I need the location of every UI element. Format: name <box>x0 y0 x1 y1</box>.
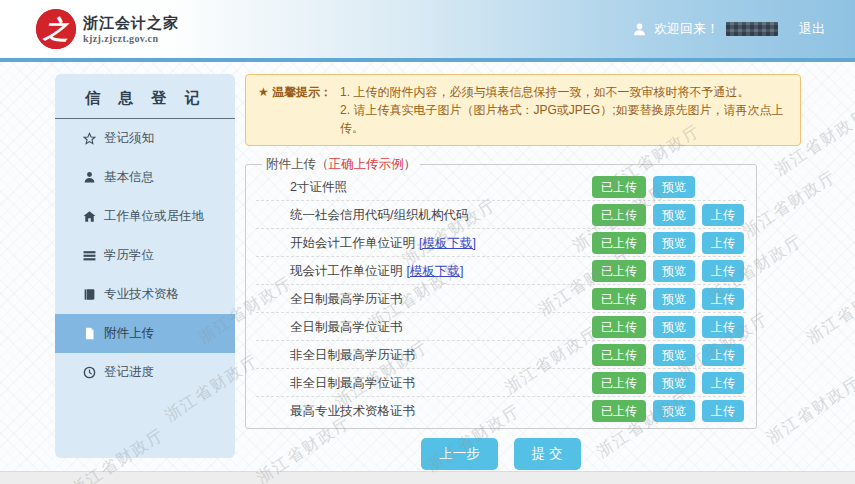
sidebar-item-label: 登记进度 <box>104 364 154 381</box>
upload-row-photo: 2寸证件照 已上传 预览 <box>256 173 746 201</box>
attachment-label-text: 开始会计工作单位证明 <box>290 236 415 250</box>
notice-line: 2. 请上传真实电子图片（图片格式：JPG或JPEG）;如要替换原先图片，请再次… <box>340 101 788 137</box>
sidebar-item-basic-info[interactable]: 基本信息 <box>55 158 235 197</box>
row-buttons: 已上传 预览 上传 <box>592 204 744 226</box>
attachment-label-text: 现会计工作单位证明 <box>290 264 403 278</box>
preview-button[interactable]: 预览 <box>653 316 695 338</box>
upload-row-parttime-degree: 非全日制最高学位证书 已上传 预览 上传 <box>256 369 746 397</box>
upload-button[interactable]: 上传 <box>702 372 744 394</box>
attachment-label: 统一社会信用代码/组织机构代码 <box>290 207 592 224</box>
sidebar-item-education[interactable]: 学历学位 <box>55 236 235 275</box>
upload-row-fulltime-diploma: 全日制最高学历证书 已上传 预览 上传 <box>256 285 746 313</box>
sidebar-item-registration-notice[interactable]: 登记须知 <box>55 119 235 158</box>
row-buttons: 已上传 预览 上传 <box>592 288 744 310</box>
preview-button[interactable]: 预览 <box>653 260 695 282</box>
star-icon <box>83 132 96 145</box>
logout-link[interactable]: 退出 <box>799 20 825 38</box>
upload-button[interactable]: 上传 <box>702 232 744 254</box>
uploaded-button[interactable]: 已上传 <box>592 232 646 254</box>
notice-line: 1. 上传的附件内容，必须与填表信息保持一致，如不一致审核时将不予通过。 <box>340 83 788 101</box>
logo-text: 浙江会计之家 kjzj.zjczt.gov.cn <box>83 14 179 44</box>
notice-title-text: 温馨提示： <box>272 85 332 99</box>
username-redacted <box>726 22 778 36</box>
attachment-label: 开始会计工作单位证明[模板下载] <box>290 235 592 252</box>
upload-row-fulltime-degree: 全日制最高学位证书 已上传 预览 上传 <box>256 313 746 341</box>
uploaded-button[interactable]: 已上传 <box>592 372 646 394</box>
attachment-label: 全日制最高学历证书 <box>290 291 592 308</box>
legend-prefix: 附件上传（ <box>266 157 329 171</box>
upload-button[interactable]: 上传 <box>702 344 744 366</box>
row-buttons: 已上传 预览 上传 <box>592 316 744 338</box>
preview-button[interactable]: 预览 <box>653 288 695 310</box>
uploaded-button[interactable]: 已上传 <box>592 316 646 338</box>
upload-button[interactable]: 上传 <box>702 260 744 282</box>
sidebar-item-label: 工作单位或居住地 <box>104 208 204 225</box>
row-buttons: 已上传 预览 上传 <box>592 372 744 394</box>
uploaded-button[interactable]: 已上传 <box>592 344 646 366</box>
site-url: kjzj.zjczt.gov.cn <box>83 33 179 44</box>
row-buttons: 已上传 预览 上传 <box>592 232 744 254</box>
site-title: 浙江会计之家 <box>83 14 179 33</box>
sidebar-item-attachment-upload[interactable]: 附件上传 <box>55 314 235 353</box>
user-area: 欢迎回来！ 退出 <box>632 20 825 38</box>
logo-glyph: 之 <box>44 17 69 42</box>
legend-suffix: ） <box>404 157 417 171</box>
site-logo[interactable]: 之 浙江会计之家 kjzj.zjczt.gov.cn <box>36 9 179 49</box>
notice-box: ★ 温馨提示： 1. 上传的附件内容，必须与填表信息保持一致，如不一致审核时将不… <box>245 74 801 146</box>
uploaded-button[interactable]: 已上传 <box>592 260 646 282</box>
sidebar-title: 信 息 登 记 <box>55 74 235 119</box>
preview-button[interactable]: 预览 <box>653 344 695 366</box>
attachment-label: 现会计工作单位证明[模板下载] <box>290 263 592 280</box>
row-buttons: 已上传 预览 上传 <box>592 400 744 422</box>
preview-button[interactable]: 预览 <box>653 176 695 198</box>
template-download-link[interactable]: [模板下载] <box>407 264 464 278</box>
footer-bar <box>0 471 855 484</box>
attachment-label: 非全日制最高学历证书 <box>290 347 592 364</box>
preview-button[interactable]: 预览 <box>653 232 695 254</box>
form-actions: 上一步 提 交 <box>245 438 757 470</box>
sidebar-item-label: 登记须知 <box>104 130 154 147</box>
uploaded-button[interactable]: 已上传 <box>592 400 646 422</box>
template-download-link[interactable]: [模板下载] <box>419 236 476 250</box>
preview-button[interactable]: 预览 <box>653 204 695 226</box>
upload-button[interactable]: 上传 <box>702 316 744 338</box>
main-panel: ★ 温馨提示： 1. 上传的附件内容，必须与填表信息保持一致，如不一致审核时将不… <box>245 74 815 470</box>
upload-button[interactable]: 上传 <box>702 204 744 226</box>
sidebar-item-label: 学历学位 <box>104 247 154 264</box>
attachment-label: 全日制最高学位证书 <box>290 319 592 336</box>
preview-button[interactable]: 预览 <box>653 372 695 394</box>
upload-row-parttime-diploma: 非全日制最高学历证书 已上传 预览 上传 <box>256 341 746 369</box>
sidebar-item-label: 基本信息 <box>104 169 154 186</box>
upload-row-start-work-proof: 开始会计工作单位证明[模板下载] 已上传 预览 上传 <box>256 229 746 257</box>
list-icon <box>83 249 96 262</box>
submit-button[interactable]: 提 交 <box>514 438 581 470</box>
uploaded-button[interactable]: 已上传 <box>592 204 646 226</box>
user-icon <box>632 22 647 37</box>
sidebar-item-label: 专业技术资格 <box>104 286 179 303</box>
sidebar-item-registration-progress[interactable]: 登记进度 <box>55 353 235 392</box>
upload-row-highest-qualification: 最高专业技术资格证书 已上传 预览 上传 <box>256 397 746 424</box>
attachment-label: 非全日制最高学位证书 <box>290 375 592 392</box>
upload-button[interactable]: 上传 <box>702 400 744 422</box>
uploaded-button[interactable]: 已上传 <box>592 176 646 198</box>
uploaded-button[interactable]: 已上传 <box>592 288 646 310</box>
attachment-label: 最高专业技术资格证书 <box>290 403 592 420</box>
upload-row-credit-code: 统一社会信用代码/组织机构代码 已上传 预览 上传 <box>256 201 746 229</box>
row-buttons: 已上传 预览 <box>592 176 744 198</box>
logo-icon: 之 <box>36 9 76 49</box>
upload-example-link[interactable]: 正确上传示例 <box>329 157 404 171</box>
upload-row-current-work-proof: 现会计工作单位证明[模板下载] 已上传 预览 上传 <box>256 257 746 285</box>
sidebar-item-professional-qualification[interactable]: 专业技术资格 <box>55 275 235 314</box>
clock-icon <box>83 366 96 379</box>
preview-button[interactable]: 预览 <box>653 400 695 422</box>
file-icon <box>83 327 96 340</box>
notice-lines: 1. 上传的附件内容，必须与填表信息保持一致，如不一致审核时将不予通过。 2. … <box>340 83 788 137</box>
upload-button[interactable]: 上传 <box>702 288 744 310</box>
sidebar-item-work-unit[interactable]: 工作单位或居住地 <box>55 197 235 236</box>
sidebar: 信 息 登 记 登记须知 基本信息 工作单位或居住地 学历学位 专业技术资格 附… <box>55 74 235 458</box>
sidebar-item-label: 附件上传 <box>104 325 154 342</box>
header: 之 浙江会计之家 kjzj.zjczt.gov.cn 欢迎回来！ 退出 <box>0 0 855 62</box>
welcome-text: 欢迎回来！ <box>654 20 719 38</box>
star-icon: ★ <box>258 85 269 99</box>
prev-step-button[interactable]: 上一步 <box>421 438 498 470</box>
